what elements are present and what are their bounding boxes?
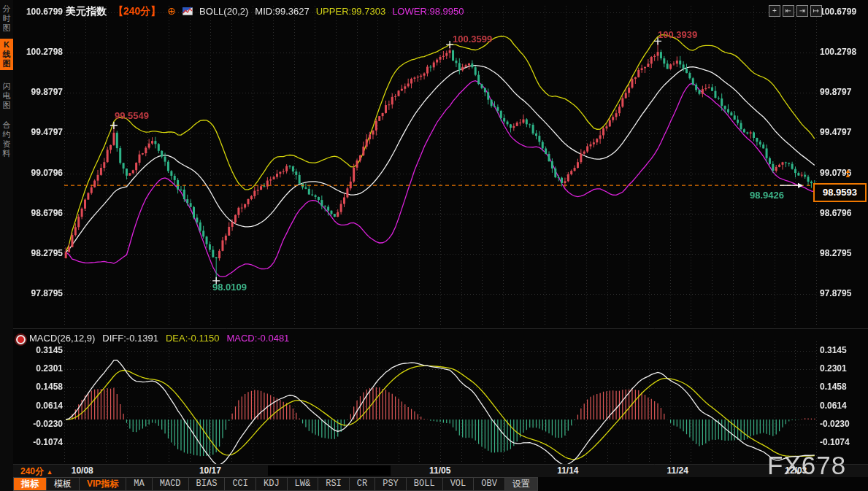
sidebar-item-3[interactable]: 闪电图 (0, 80, 13, 112)
mx-left-label: 0.2301 (36, 363, 63, 374)
price-annotation: 98.0109 (212, 282, 247, 293)
mx-left-label: 0.1458 (36, 382, 63, 392)
price-annotation: 99.5549 (115, 110, 149, 121)
interval-tag[interactable]: 240分 ▲ (20, 465, 53, 478)
toolbar-button-模板[interactable]: 模板 (47, 477, 80, 491)
sidebar-item-1[interactable]: 分时图 (0, 3, 13, 34)
mx-right-label: -0.1074 (820, 437, 850, 447)
symbol-title: 美元指数 (66, 5, 107, 17)
price-chart-canvas[interactable] (0, 0, 868, 491)
toolbar-button-MA[interactable]: MA (126, 477, 152, 491)
toolbar-button-BOLL[interactable]: BOLL (407, 477, 443, 491)
mx-left-label: -0.0230 (33, 419, 63, 429)
add-circle-icon[interactable]: ⊕ (167, 5, 176, 17)
time-scrollbar-thumb[interactable] (268, 465, 391, 476)
chart-type-sidebar: 分时图K线图闪电图合约资料 (0, 0, 13, 491)
toolbar-button-VIP指标[interactable]: VIP指标 (80, 477, 126, 491)
toolbar-button-指标[interactable]: 指标 (13, 477, 47, 491)
macd-diff-value: DIFF:-0.1391 (102, 333, 158, 344)
chart-toolbar-icons: +⇤⇥↦ (769, 3, 824, 17)
boll-upper-value: UPPER:99.7303 (316, 6, 385, 17)
boll-mid-value: MID:99.3627 (255, 6, 309, 17)
time-tick-11/14: 11/14 (557, 465, 578, 476)
chart-type-icon[interactable] (183, 7, 193, 15)
pan-icon[interactable]: + (769, 5, 780, 17)
scale-right-icon[interactable]: ⇥ (796, 5, 808, 17)
price-annotation: 100.3599 (453, 34, 492, 45)
chart-header: 美元指数【240分】⊕BOLL(20,2)MID:99.3627UPPER:99… (66, 5, 470, 18)
boll-lower-value: LOWER:98.9950 (392, 6, 464, 17)
price-up-marker-icon: ▲▲ (845, 169, 851, 177)
toolbar-button-设置[interactable]: 设置 (505, 477, 538, 491)
mx-right-label: 0.3145 (820, 345, 847, 355)
toolbar-button-LW&[interactable]: LW& (288, 477, 319, 491)
macd-axis-left: 0.31450.23010.14580.0614-0.0230-0.1074 (15, 0, 63, 491)
mx-right-label: -0.0230 (820, 419, 850, 429)
last-price-box: 98.9593 (813, 183, 867, 202)
sidebar-item-2[interactable]: K线图 (0, 39, 13, 70)
macd-axis-right: 0.31450.23010.14580.0614-0.0230-0.1074 (820, 0, 867, 491)
mx-left-label: 0.0614 (36, 401, 63, 411)
toolbar-button-OBV[interactable]: OBV (474, 477, 505, 491)
time-axis-row: 240分 ▲ 10/0810/1711/0511/1411/2412/03 (13, 465, 868, 477)
macd-header: MACD(26,12,9)DIFF:-0.1391DEA:-0.1150MACD… (29, 333, 296, 344)
toolbar-button-KDJ[interactable]: KDJ (256, 477, 288, 491)
mx-right-label: 0.0614 (820, 401, 847, 411)
macd-pane-icon[interactable] (16, 335, 26, 344)
sidebar-item-4[interactable]: 合约资料 (0, 119, 13, 160)
expand-right-icon[interactable]: ↦ (810, 5, 822, 17)
toolbar-button-RSI[interactable]: RSI (318, 477, 350, 491)
scale-left-icon[interactable]: ⇤ (783, 5, 794, 17)
mx-left-label: 0.3145 (36, 345, 63, 355)
toolbar-button-CR[interactable]: CR (350, 477, 375, 491)
indicator-toolbar: 指标模板VIP指标MAMACDBIASCCIKDJLW&RSICRPSYBOLL… (13, 477, 868, 491)
macd-macd-value: MACD:-0.0481 (226, 333, 289, 344)
price-annotation: 100.3939 (658, 29, 697, 40)
time-tick-11/05: 11/05 (429, 465, 450, 476)
toolbar-button-MACD[interactable]: MACD (153, 477, 189, 491)
time-tick-10/17: 10/17 (199, 465, 221, 476)
interval-dropdown-icon: ▲ (46, 468, 53, 476)
toolbar-button-CCI[interactable]: CCI (225, 477, 256, 491)
boll-indicator-label: BOLL(20,2) (199, 6, 248, 17)
time-tick-10/08: 10/08 (72, 465, 93, 476)
mx-right-label: 0.1458 (820, 382, 847, 392)
fx678-watermark: FX678 (767, 451, 846, 480)
macd-dea-value: DEA:-0.1150 (166, 333, 219, 344)
mx-right-label: 0.2301 (820, 363, 847, 374)
interval-label: 【240分】 (113, 5, 161, 17)
mx-left-label: -0.1074 (33, 437, 63, 447)
toolbar-button-PSY[interactable]: PSY (375, 477, 407, 491)
macd-indicator-label: MACD(26,12,9) (29, 333, 95, 344)
trading-app-window: 分时图K线图闪电图合约资料 美元指数【240分】⊕BOLL(20,2)MID:9… (0, 0, 868, 491)
price-annotation: 98.9426 (750, 190, 784, 201)
toolbar-button-BIAS[interactable]: BIAS (189, 477, 226, 491)
toolbar-button-VOL[interactable]: VOL (443, 477, 475, 491)
time-tick-11/24: 11/24 (667, 465, 688, 476)
